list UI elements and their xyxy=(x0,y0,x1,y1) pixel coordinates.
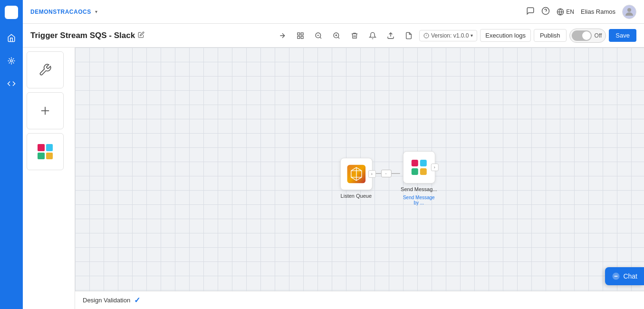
slack-icon-q4 xyxy=(420,168,426,175)
svg-point-0 xyxy=(10,60,13,62)
slack-icon-q2 xyxy=(420,160,426,166)
user-name: Elias Ramos xyxy=(581,8,615,15)
language-label: EN xyxy=(566,9,574,15)
zoom-in-btn[interactable] xyxy=(329,28,344,43)
version-label: Version: v1.0.0 xyxy=(431,32,469,39)
header-right: EN Elias Ramos xyxy=(526,5,636,19)
toggle-thumb xyxy=(582,31,591,40)
app-logo[interactable] xyxy=(5,6,18,19)
chat-label: Chat xyxy=(623,272,637,280)
svg-point-5 xyxy=(627,8,631,12)
nav-home-icon[interactable] xyxy=(4,30,19,46)
svg-point-30 xyxy=(615,276,616,277)
slack-node-label: Send Messag... xyxy=(401,186,437,192)
nav-code-icon[interactable] xyxy=(4,76,19,91)
toggle-container[interactable]: Off xyxy=(569,29,606,43)
slack-node[interactable]: › Send Messag... Send Message by ... xyxy=(400,151,438,205)
workflow-title-area: Trigger Stream SQS - Slack xyxy=(30,31,144,40)
svg-rect-9 xyxy=(298,36,300,39)
slack-output-arrow[interactable]: › xyxy=(431,164,438,171)
avatar[interactable] xyxy=(622,5,636,19)
version-dropdown-icon: ▾ xyxy=(471,33,473,38)
sqs-node-box[interactable]: › xyxy=(340,158,372,190)
slack-icon-q1 xyxy=(411,160,418,166)
bell-btn[interactable] xyxy=(365,28,380,43)
toggle-switch[interactable] xyxy=(572,30,592,41)
svg-line-11 xyxy=(320,37,321,39)
edit-title-icon[interactable] xyxy=(138,31,144,39)
connector: ⬝ xyxy=(372,170,400,177)
svg-rect-6 xyxy=(298,33,300,35)
nodes-container: › Listen Queue ⬝ xyxy=(340,151,438,205)
svg-point-31 xyxy=(617,276,618,277)
toggle-label: Off xyxy=(592,31,606,40)
publish-btn[interactable]: Publish xyxy=(534,29,567,42)
nav-workflows-icon[interactable] xyxy=(4,53,19,68)
left-navigation xyxy=(0,0,23,309)
workflow-canvas: › Listen Queue ⬝ xyxy=(75,48,644,309)
workflow-title: Trigger Stream SQS - Slack xyxy=(30,31,135,40)
sqs-node-label: Listen Queue xyxy=(341,193,372,199)
design-validation-indicator: Design Validation ✓ xyxy=(83,296,140,305)
slack-icon-q3 xyxy=(411,168,418,175)
language-selector[interactable]: EN xyxy=(557,8,574,16)
sqs-node[interactable]: › Listen Queue xyxy=(340,158,372,199)
svg-line-14 xyxy=(338,37,339,39)
grid-tool-btn[interactable] xyxy=(293,28,308,43)
document-btn[interactable] xyxy=(401,28,416,43)
save-btn[interactable]: Save xyxy=(609,29,636,42)
sqs-output-arrow[interactable]: › xyxy=(368,170,375,178)
delete-btn[interactable] xyxy=(347,28,362,43)
svg-rect-8 xyxy=(301,36,303,39)
side-panel xyxy=(23,48,75,309)
upload-btn[interactable] xyxy=(383,28,398,43)
validation-check-icon: ✓ xyxy=(134,296,140,305)
main-header: DEMONSTRACAOCS ▾ E xyxy=(23,0,644,24)
help-icon[interactable] xyxy=(541,7,550,17)
app-name: DEMONSTRACAOCS xyxy=(30,9,91,15)
execution-logs-btn[interactable]: Execution logs xyxy=(480,29,531,42)
status-bar: Design Validation ✓ xyxy=(75,291,644,309)
workflow-header: Trigger Stream SQS - Slack xyxy=(23,24,644,48)
connector-tool-btn[interactable] xyxy=(275,28,290,43)
svg-point-29 xyxy=(615,276,615,277)
zoom-out-btn[interactable] xyxy=(311,28,326,43)
slack-node-box[interactable]: › xyxy=(403,151,435,183)
svg-rect-7 xyxy=(301,33,303,35)
connector-line-right xyxy=(391,173,400,174)
add-panel-item[interactable] xyxy=(27,92,64,129)
version-badge[interactable]: Version: v1.0.0 ▾ xyxy=(419,30,477,41)
comment-icon[interactable] xyxy=(526,7,535,17)
tools-panel-item[interactable] xyxy=(27,51,64,88)
validation-label: Design Validation xyxy=(83,297,130,304)
slack-node-sublabel: Send Message by ... xyxy=(400,195,438,205)
connector-box[interactable]: ⬝ xyxy=(381,170,391,177)
slack-panel-item[interactable] xyxy=(27,133,64,170)
app-dropdown-icon[interactable]: ▾ xyxy=(95,9,97,14)
header-left: DEMONSTRACAOCS ▾ xyxy=(30,9,97,15)
workflow-controls: Version: v1.0.0 ▾ Execution logs Publish… xyxy=(275,28,636,43)
chat-button[interactable]: Chat xyxy=(605,267,644,285)
